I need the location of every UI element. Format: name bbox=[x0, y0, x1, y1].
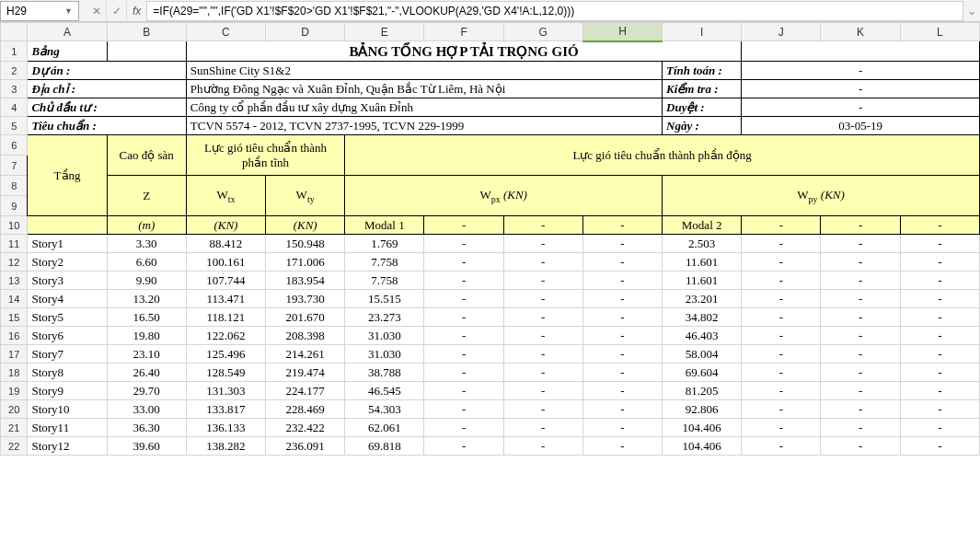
cell[interactable]: - bbox=[900, 437, 979, 456]
cell[interactable]: Story3 bbox=[28, 272, 107, 290]
cell[interactable]: - bbox=[742, 253, 821, 272]
cell[interactable]: - bbox=[821, 235, 900, 253]
cell[interactable]: - bbox=[582, 364, 662, 382]
cell[interactable]: - bbox=[582, 272, 662, 290]
col-header-G[interactable]: G bbox=[503, 23, 582, 41]
cell[interactable]: - bbox=[742, 235, 821, 253]
cell[interactable]: - bbox=[503, 235, 582, 253]
cell[interactable]: 69.604 bbox=[663, 364, 742, 382]
cell[interactable]: - bbox=[503, 382, 582, 400]
row-header[interactable]: 10 bbox=[1, 216, 28, 235]
cell[interactable]: Bảng bbox=[28, 41, 107, 62]
name-box[interactable]: H29 ▼ bbox=[0, 1, 79, 21]
cell[interactable]: 54.303 bbox=[345, 400, 424, 419]
col-header-K[interactable]: K bbox=[821, 23, 900, 41]
cell[interactable]: 131.303 bbox=[186, 382, 265, 400]
header-lucgio-tinh[interactable]: Lực gió tiêu chuẩn thành phần tĩnh bbox=[186, 135, 344, 176]
cell[interactable]: 23.273 bbox=[345, 308, 424, 327]
row-header[interactable]: 13 bbox=[1, 272, 28, 290]
row-header[interactable]: 20 bbox=[1, 400, 28, 419]
row-header[interactable]: 2 bbox=[1, 62, 28, 80]
row-header[interactable]: 22 bbox=[1, 437, 28, 456]
cell[interactable]: 33.00 bbox=[107, 400, 186, 419]
cell[interactable]: Story4 bbox=[28, 290, 107, 308]
cell[interactable]: 201.670 bbox=[266, 308, 345, 327]
cell[interactable]: - bbox=[821, 345, 900, 364]
cell[interactable]: 9.90 bbox=[107, 272, 186, 290]
enter-icon[interactable]: ✓ bbox=[107, 1, 127, 21]
row-header[interactable]: 18 bbox=[1, 364, 28, 382]
cell[interactable]: 138.282 bbox=[186, 437, 265, 456]
header-caodosan[interactable]: Cao độ sàn bbox=[107, 135, 186, 176]
cell[interactable]: 69.818 bbox=[345, 437, 424, 456]
cell[interactable]: Tiêu chuẩn : bbox=[28, 117, 186, 135]
cell[interactable]: - bbox=[742, 98, 980, 117]
cell[interactable]: - bbox=[424, 216, 503, 235]
cell[interactable]: 118.121 bbox=[186, 308, 265, 327]
cell[interactable]: 62.061 bbox=[345, 419, 424, 437]
cell[interactable]: - bbox=[424, 327, 503, 345]
select-all-corner[interactable] bbox=[1, 23, 28, 41]
cell[interactable]: - bbox=[821, 400, 900, 419]
cell[interactable]: - bbox=[582, 327, 662, 345]
row-header[interactable]: 17 bbox=[1, 345, 28, 364]
cell[interactable]: - bbox=[582, 400, 662, 419]
cell[interactable]: - bbox=[742, 345, 821, 364]
cell[interactable]: - bbox=[503, 437, 582, 456]
cell[interactable]: 107.744 bbox=[186, 272, 265, 290]
cell[interactable]: - bbox=[900, 272, 979, 290]
cell[interactable]: Công ty cổ phần đầu tư xây dựng Xuân Đỉn… bbox=[186, 98, 662, 117]
row-header[interactable]: 15 bbox=[1, 308, 28, 327]
cell[interactable]: 214.261 bbox=[266, 345, 345, 364]
cell[interactable]: Story8 bbox=[28, 364, 107, 382]
cell[interactable]: Story1 bbox=[28, 235, 107, 253]
cell[interactable]: - bbox=[503, 327, 582, 345]
cell[interactable]: Kiểm tra : bbox=[663, 80, 742, 98]
unit-kn[interactable]: (KN) bbox=[186, 216, 265, 235]
col-header-J[interactable]: J bbox=[742, 23, 821, 41]
cell[interactable]: Story12 bbox=[28, 437, 107, 456]
cell[interactable]: - bbox=[424, 345, 503, 364]
row-header[interactable]: 7 bbox=[1, 156, 28, 176]
cell[interactable]: 88.412 bbox=[186, 235, 265, 253]
cell[interactable]: - bbox=[424, 272, 503, 290]
cell[interactable]: Chủ đầu tư : bbox=[28, 98, 186, 117]
cell[interactable]: - bbox=[582, 308, 662, 327]
row-header[interactable]: 12 bbox=[1, 253, 28, 272]
cell[interactable]: 100.161 bbox=[186, 253, 265, 272]
cell[interactable]: - bbox=[424, 253, 503, 272]
cell[interactable]: - bbox=[821, 382, 900, 400]
cell[interactable]: - bbox=[821, 253, 900, 272]
cell[interactable]: 3.30 bbox=[107, 235, 186, 253]
row-header[interactable]: 21 bbox=[1, 419, 28, 437]
cell[interactable]: Story11 bbox=[28, 419, 107, 437]
cell[interactable]: - bbox=[582, 437, 662, 456]
row-header[interactable]: 19 bbox=[1, 382, 28, 400]
cell[interactable]: - bbox=[503, 308, 582, 327]
row-header[interactable]: 3 bbox=[1, 80, 28, 98]
cell[interactable]: - bbox=[503, 272, 582, 290]
cell[interactable]: 11.601 bbox=[663, 253, 742, 272]
cell[interactable]: 7.758 bbox=[345, 253, 424, 272]
cell[interactable]: 19.80 bbox=[107, 327, 186, 345]
cell[interactable]: - bbox=[424, 290, 503, 308]
cell[interactable]: 224.177 bbox=[266, 382, 345, 400]
cell[interactable]: - bbox=[424, 308, 503, 327]
cell[interactable]: 26.40 bbox=[107, 364, 186, 382]
cell[interactable]: 29.70 bbox=[107, 382, 186, 400]
cell[interactable]: 03-05-19 bbox=[742, 117, 980, 135]
cell[interactable]: - bbox=[900, 382, 979, 400]
cell[interactable]: 228.469 bbox=[266, 400, 345, 419]
cell[interactable]: 16.50 bbox=[107, 308, 186, 327]
cell[interactable]: - bbox=[503, 253, 582, 272]
col-header-D[interactable]: D bbox=[266, 23, 345, 41]
cell[interactable]: - bbox=[900, 345, 979, 364]
cell[interactable]: 236.091 bbox=[266, 437, 345, 456]
cell[interactable]: Duyệt : bbox=[663, 98, 742, 117]
cell[interactable]: - bbox=[742, 290, 821, 308]
cell[interactable]: - bbox=[821, 308, 900, 327]
cell[interactable]: 92.806 bbox=[663, 400, 742, 419]
cell[interactable]: Phường Đông Ngạc và Xuân Đỉnh, Quận Bắc … bbox=[186, 80, 662, 98]
cell[interactable]: - bbox=[503, 400, 582, 419]
header-z[interactable]: Z bbox=[107, 176, 186, 216]
